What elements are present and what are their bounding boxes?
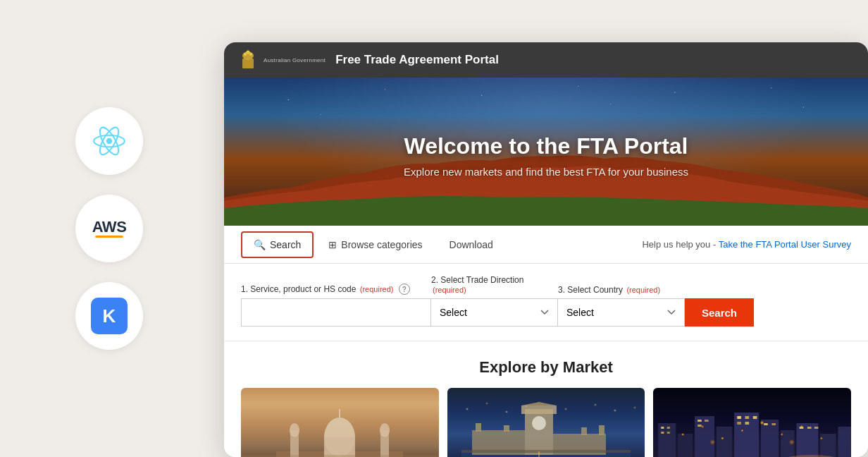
svg-rect-9 [246, 61, 250, 67]
country-select[interactable]: Select China Japan South Korea United St… [558, 298, 685, 327]
svg-rect-25 [476, 423, 481, 432]
tab-browse[interactable]: ⊞ Browse categories [316, 231, 434, 258]
trade-direction-select[interactable]: Select Export Import [431, 298, 558, 327]
left-sidebar: AWS K [0, 0, 218, 457]
browse-tab-icon: ⊞ [328, 239, 337, 250]
search-tab-icon: 🔍 [254, 239, 266, 250]
aws-icon: AWS [92, 219, 127, 238]
city-lights-icon [653, 388, 851, 457]
svg-point-14 [290, 423, 299, 437]
portal-title: Free Trade Agreement Portal [335, 53, 499, 67]
gov-logo: Australian Government [238, 49, 326, 71]
svg-rect-12 [324, 437, 355, 457]
svg-rect-27 [581, 427, 587, 435]
tab-download[interactable]: Download [438, 231, 505, 258]
field2-required: (required) [433, 286, 466, 294]
market-cards [241, 388, 851, 457]
main-content: Australian Government Free Trade Agreeme… [224, 42, 868, 457]
aws-underline-icon [95, 236, 123, 238]
hero-title: Welcome to the FTA Portal [404, 133, 688, 159]
svg-point-0 [106, 138, 112, 144]
market-card-uk[interactable] [447, 388, 645, 457]
gov-crest-icon [238, 49, 258, 71]
k-icon-circle: K [75, 282, 143, 350]
svg-rect-26 [504, 425, 509, 432]
svg-rect-29 [461, 450, 631, 453]
hs-code-input[interactable] [241, 298, 431, 327]
survey-link[interactable]: Take the FTA Portal User Survey [719, 239, 851, 250]
field-group-trade-direction: 2. Select Trade Direction (required) Sel… [431, 275, 558, 327]
hero-subtitle: Explore new markets and find the best FT… [404, 166, 688, 178]
field-group-country: 3. Select Country (required) Select Chin… [558, 285, 685, 327]
search-form: 1. Service, product or HS code (required… [224, 264, 868, 341]
gov-text: Australian Government [264, 57, 326, 63]
field1-help-icon[interactable]: ? [399, 284, 410, 295]
tab-search[interactable]: 🔍 Search [241, 231, 314, 258]
aws-icon-circle: AWS [75, 195, 143, 262]
svg-point-7 [249, 53, 252, 56]
gov-label: Australian Government [264, 57, 326, 63]
svg-point-6 [244, 53, 247, 56]
field3-label: 3. Select Country (required) [558, 285, 685, 295]
svg-rect-28 [599, 425, 604, 435]
field2-label: 2. Select Trade Direction (required) [431, 275, 558, 295]
react-icon [91, 123, 128, 159]
top-nav: Australian Government Free Trade Agreeme… [224, 42, 868, 78]
svg-point-8 [247, 51, 250, 54]
uk-lights [447, 395, 645, 423]
aws-label: AWS [92, 219, 127, 235]
hero-section: Welcome to the FTA Portal Explore new ma… [224, 78, 868, 226]
help-prefix: Help us help you - [642, 239, 718, 250]
form-fields: 1. Service, product or HS code (required… [241, 275, 851, 327]
field1-label: 1. Service, product or HS code (required… [241, 284, 431, 295]
hero-text: Welcome to the FTA Portal Explore new ma… [224, 78, 868, 226]
help-text: Help us help you - Take the FTA Portal U… [642, 239, 851, 250]
market-card-city[interactable] [653, 388, 851, 457]
k-icon: K [91, 298, 128, 334]
field3-required: (required) [626, 286, 660, 294]
svg-point-16 [380, 423, 390, 437]
search-button[interactable]: Search [685, 298, 754, 327]
explore-title: Explore by Market [241, 358, 851, 377]
explore-section: Explore by Market [224, 341, 868, 457]
tab-download-label: Download [450, 239, 493, 250]
react-icon-circle [75, 107, 143, 175]
tab-bar: 🔍 Search ⊞ Browse categories Download He… [224, 226, 868, 264]
tab-search-label: Search [270, 239, 301, 250]
field-group-hs-code: 1. Service, product or HS code (required… [241, 284, 431, 327]
tab-browse-label: Browse categories [341, 239, 422, 250]
taj-mahal-icon [276, 409, 403, 457]
market-card-india[interactable] [241, 388, 439, 457]
field1-required: (required) [360, 285, 394, 293]
